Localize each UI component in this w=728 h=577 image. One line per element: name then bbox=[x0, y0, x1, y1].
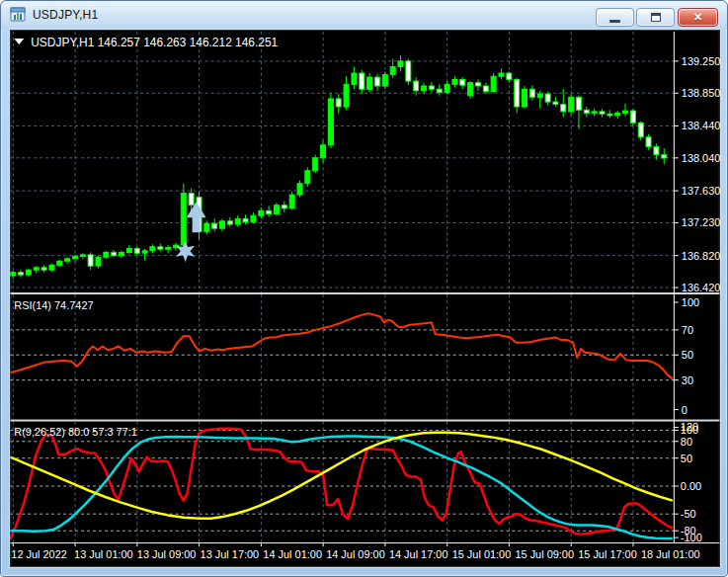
oscillator-tick-label: 100 bbox=[681, 424, 698, 436]
bull-candle bbox=[220, 221, 225, 228]
price-tick-label: 137.230 bbox=[682, 216, 720, 228]
window-controls: ✕ bbox=[596, 8, 718, 27]
chart-window-icon bbox=[10, 7, 26, 23]
bear-candle bbox=[88, 255, 93, 266]
bull-candle bbox=[313, 158, 318, 171]
bull-candle bbox=[57, 261, 62, 265]
oscillator-tick-label: 80 bbox=[681, 436, 692, 448]
time-tick-label: 14 Jul 09:00 bbox=[326, 548, 385, 560]
bull-candle bbox=[491, 76, 496, 91]
oscillator-panel-surface[interactable] bbox=[10, 422, 719, 543]
bear-candle bbox=[134, 248, 139, 253]
bear-candle bbox=[212, 223, 217, 228]
bear-candle bbox=[406, 61, 411, 81]
bear-candle bbox=[189, 193, 194, 205]
bull-candle bbox=[398, 61, 403, 67]
time-tick-label: 13 Jul 09:00 bbox=[137, 548, 197, 560]
oscillator-tick-label: 0.00 bbox=[681, 480, 701, 492]
bull-candle bbox=[72, 256, 77, 258]
bear-candle bbox=[577, 97, 582, 110]
bull-candle bbox=[321, 145, 326, 158]
bear-candle bbox=[515, 80, 520, 107]
price-tick-label: 138.040 bbox=[682, 152, 720, 164]
rsi-tick-label: 30 bbox=[682, 374, 693, 386]
bull-candle bbox=[104, 252, 109, 257]
bear-candle bbox=[638, 123, 643, 137]
price-tick-label: 136.820 bbox=[682, 250, 720, 262]
close-button[interactable]: ✕ bbox=[678, 8, 718, 27]
bull-candle bbox=[274, 206, 279, 214]
bull-candle bbox=[126, 248, 131, 252]
bear-candle bbox=[414, 81, 419, 91]
bull-candle bbox=[499, 73, 504, 76]
titlebar[interactable]: USDJPY,H1 ✕ bbox=[1, 1, 727, 29]
minimize-button[interactable] bbox=[596, 8, 634, 27]
bear-candle bbox=[460, 80, 465, 86]
restore-button[interactable] bbox=[636, 8, 675, 27]
bull-candle bbox=[367, 77, 372, 89]
bear-candle bbox=[561, 105, 566, 112]
price-tick-label: 139.250 bbox=[682, 55, 720, 67]
bear-candle bbox=[630, 111, 635, 123]
bull-candle bbox=[344, 84, 349, 107]
time-tick-label: 15 Jul 09:00 bbox=[515, 548, 574, 560]
bull-candle bbox=[34, 268, 39, 270]
time-tick-label: 15 Jul 17:00 bbox=[578, 548, 637, 560]
bear-candle bbox=[662, 155, 667, 158]
bull-candle bbox=[289, 195, 294, 208]
time-tick-label: 13 Jul 17:00 bbox=[201, 548, 260, 560]
bull-candle bbox=[352, 73, 357, 84]
bull-candle bbox=[150, 247, 155, 251]
bear-candle bbox=[19, 273, 24, 275]
rsi-panel-surface[interactable] bbox=[10, 294, 719, 420]
bull-candle bbox=[259, 210, 264, 215]
bull-candle bbox=[468, 83, 473, 96]
bull-candle bbox=[26, 270, 31, 275]
oscillator-tick-label: -50 bbox=[681, 508, 696, 520]
bull-candle bbox=[11, 273, 16, 276]
bear-candle bbox=[529, 89, 534, 97]
bear-candle bbox=[607, 114, 612, 116]
bear-candle bbox=[553, 102, 558, 104]
bull-candle bbox=[328, 99, 333, 145]
bull-candle bbox=[445, 84, 449, 92]
bull-candle bbox=[65, 259, 70, 261]
bear-candle bbox=[429, 86, 434, 89]
bull-candle bbox=[452, 80, 457, 85]
oscillator-tick-label: -100 bbox=[681, 532, 702, 543]
bull-candle bbox=[96, 257, 101, 266]
chart-window: USDJPY,H1 ✕ 139.250138.850138.440138.040… bbox=[0, 0, 728, 577]
rsi-tick-label: 70 bbox=[682, 324, 693, 336]
price-tick-label: 136.420 bbox=[682, 282, 720, 293]
chart-canvas[interactable]: 139.250138.850138.440138.040137.630137.2… bbox=[10, 30, 720, 567]
rsi-tick-label: 50 bbox=[682, 349, 693, 361]
bear-candle bbox=[654, 147, 659, 155]
bull-candle bbox=[422, 86, 427, 91]
rsi-label: RSI(14) 74.7427 bbox=[14, 299, 93, 311]
bull-candle bbox=[120, 252, 124, 255]
ohlc-header: USDJPY,H1 146.257 146.263 146.212 146.25… bbox=[14, 36, 278, 49]
rsi-tick-label: 100 bbox=[682, 296, 699, 308]
bull-candle bbox=[49, 265, 54, 270]
oscillator-tick-label: 50 bbox=[681, 453, 692, 464]
bull-candle bbox=[204, 223, 209, 231]
close-icon: ✕ bbox=[693, 12, 702, 23]
bull-candle bbox=[80, 255, 85, 257]
minimize-icon bbox=[609, 20, 620, 23]
time-tick-label: 15 Jul 01:00 bbox=[452, 548, 512, 560]
panel-surfaces[interactable] bbox=[10, 32, 719, 565]
bear-candle bbox=[267, 210, 272, 213]
bear-candle bbox=[41, 268, 46, 270]
bull-candle bbox=[537, 94, 542, 97]
bear-candle bbox=[112, 252, 117, 255]
rsi-tick-label: 0 bbox=[682, 404, 688, 416]
bear-candle bbox=[646, 137, 651, 147]
price-tick-label: 138.850 bbox=[682, 87, 720, 99]
window-title: USDJPY,H1 bbox=[33, 8, 98, 22]
ohlc-text: USDJPY,H1 146.257 146.263 146.212 146.25… bbox=[31, 36, 278, 49]
restore-icon bbox=[651, 13, 661, 22]
bear-candle bbox=[437, 89, 442, 92]
bull-candle bbox=[166, 248, 171, 250]
bear-candle bbox=[475, 83, 480, 86]
bull-candle bbox=[523, 89, 527, 107]
